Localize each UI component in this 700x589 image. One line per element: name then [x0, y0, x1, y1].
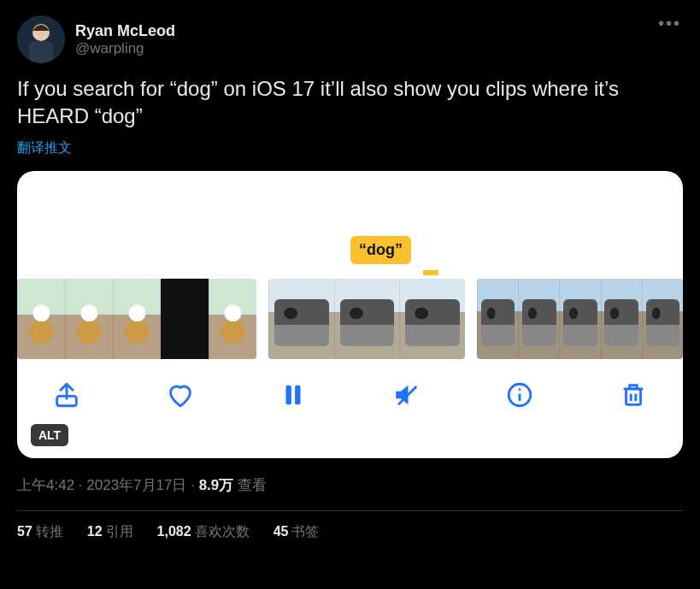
views-count: 8.9万: [199, 477, 234, 493]
retweets-stat[interactable]: 57转推: [17, 523, 63, 541]
timeline-marker: [423, 270, 438, 275]
date[interactable]: 2023年7月17日: [86, 477, 186, 493]
svg-point-9: [519, 388, 521, 391]
svg-rect-4: [286, 385, 291, 404]
trash-icon[interactable]: [618, 380, 649, 410]
timestamp[interactable]: 上午4:42: [17, 477, 74, 493]
divider: [17, 510, 683, 511]
handle: @warpling: [75, 40, 175, 57]
translate-link[interactable]: 翻译推文: [17, 139, 683, 157]
clip-thumbnail: [17, 279, 256, 359]
tweet-meta: 上午4:42 · 2023年7月17日 · 8.9万 查看: [17, 475, 683, 495]
svg-rect-5: [295, 385, 300, 404]
tweet-container: ••• Ryan McLeod @warpling If you search …: [0, 0, 700, 551]
video-toolbar: [17, 359, 683, 410]
search-tag: “dog”: [350, 236, 411, 264]
display-name: Ryan McLeod: [75, 22, 175, 40]
clip-thumbnail: [477, 279, 683, 359]
attached-image[interactable]: “dog”: [17, 171, 683, 458]
svg-rect-10: [626, 389, 640, 404]
image-top: “dog”: [17, 171, 683, 279]
tweet-header: Ryan McLeod @warpling: [17, 15, 683, 63]
clip-thumbnail: [268, 279, 465, 359]
author-names[interactable]: Ryan McLeod @warpling: [75, 22, 175, 57]
engagement-stats: 57转推 12引用 1,082喜欢次数 45书签: [17, 523, 683, 541]
bookmarks-stat[interactable]: 45书签: [274, 523, 320, 541]
more-options-button[interactable]: •••: [658, 14, 681, 33]
quotes-stat[interactable]: 12引用: [87, 523, 133, 541]
alt-badge[interactable]: ALT: [31, 424, 68, 446]
views-label: 查看: [238, 477, 267, 493]
avatar[interactable]: [17, 15, 65, 63]
tweet-text: If you search for “dog” on iOS 17 it’ll …: [17, 75, 683, 131]
heart-icon[interactable]: [165, 380, 196, 410]
svg-rect-2: [29, 41, 53, 63]
mute-icon[interactable]: [391, 380, 422, 410]
info-icon[interactable]: [504, 380, 535, 410]
pause-icon[interactable]: [278, 380, 309, 410]
share-icon[interactable]: [51, 380, 82, 410]
likes-stat[interactable]: 1,082喜欢次数: [157, 523, 250, 541]
video-timeline: [17, 279, 683, 359]
